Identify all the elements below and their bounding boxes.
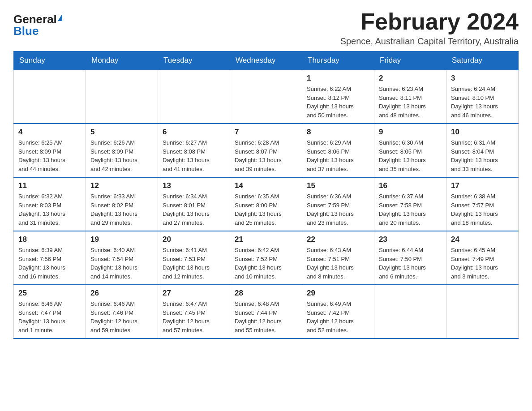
week-row-2: 4Sunrise: 6:25 AM Sunset: 8:09 PM Daylig…: [14, 124, 519, 177]
calendar-cell: 11Sunrise: 6:32 AM Sunset: 8:03 PM Dayli…: [14, 177, 86, 231]
day-number: 29: [307, 289, 369, 298]
calendar-cell: 18Sunrise: 6:39 AM Sunset: 7:56 PM Dayli…: [14, 231, 86, 285]
calendar-cell: 7Sunrise: 6:28 AM Sunset: 8:07 PM Daylig…: [230, 124, 302, 177]
col-header-sunday: Sunday: [14, 51, 86, 70]
calendar-header-row: SundayMondayTuesdayWednesdayThursdayFrid…: [14, 51, 519, 70]
day-info: Sunrise: 6:36 AM Sunset: 7:59 PM Dayligh…: [307, 192, 369, 227]
day-info: Sunrise: 6:35 AM Sunset: 8:00 PM Dayligh…: [235, 192, 297, 227]
calendar-cell: 23Sunrise: 6:44 AM Sunset: 7:50 PM Dayli…: [374, 231, 446, 285]
day-info: Sunrise: 6:25 AM Sunset: 8:09 PM Dayligh…: [18, 138, 81, 173]
calendar-cell: 25Sunrise: 6:46 AM Sunset: 7:47 PM Dayli…: [14, 285, 86, 338]
day-number: 1: [307, 74, 369, 83]
calendar-cell: 21Sunrise: 6:42 AM Sunset: 7:52 PM Dayli…: [230, 231, 302, 285]
day-number: 11: [18, 181, 81, 190]
calendar-cell: 16Sunrise: 6:37 AM Sunset: 7:58 PM Dayli…: [374, 177, 446, 231]
day-info: Sunrise: 6:31 AM Sunset: 8:04 PM Dayligh…: [451, 138, 514, 173]
day-info: Sunrise: 6:22 AM Sunset: 8:12 PM Dayligh…: [307, 85, 369, 120]
day-info: Sunrise: 6:32 AM Sunset: 8:03 PM Dayligh…: [18, 192, 81, 227]
header: General Blue February 2024 Spence, Austr…: [13, 9, 519, 47]
day-number: 17: [451, 181, 514, 190]
day-info: Sunrise: 6:47 AM Sunset: 7:45 PM Dayligh…: [163, 300, 225, 334]
day-info: Sunrise: 6:34 AM Sunset: 8:01 PM Dayligh…: [163, 192, 225, 227]
day-number: 26: [90, 289, 153, 298]
day-number: 12: [90, 181, 153, 190]
calendar-cell: [374, 285, 446, 338]
week-row-1: 1Sunrise: 6:22 AM Sunset: 8:12 PM Daylig…: [14, 70, 519, 124]
month-title: February 2024: [340, 9, 519, 34]
logo: General Blue: [13, 9, 62, 37]
day-number: 7: [235, 128, 297, 137]
day-number: 24: [451, 235, 514, 244]
day-info: Sunrise: 6:37 AM Sunset: 7:58 PM Dayligh…: [379, 192, 442, 227]
calendar-cell: 29Sunrise: 6:49 AM Sunset: 7:42 PM Dayli…: [302, 285, 374, 338]
day-number: 18: [18, 235, 81, 244]
calendar-cell: 9Sunrise: 6:30 AM Sunset: 8:05 PM Daylig…: [374, 124, 446, 177]
day-number: 10: [451, 128, 514, 137]
day-info: Sunrise: 6:45 AM Sunset: 7:49 PM Dayligh…: [451, 246, 514, 281]
calendar-cell: 15Sunrise: 6:36 AM Sunset: 7:59 PM Dayli…: [302, 177, 374, 231]
day-number: 13: [163, 181, 225, 190]
calendar-table: SundayMondayTuesdayWednesdayThursdayFrid…: [13, 51, 519, 339]
day-info: Sunrise: 6:24 AM Sunset: 8:10 PM Dayligh…: [451, 85, 514, 120]
day-info: Sunrise: 6:38 AM Sunset: 7:57 PM Dayligh…: [451, 192, 514, 227]
day-number: 16: [379, 181, 442, 190]
calendar-cell: 3Sunrise: 6:24 AM Sunset: 8:10 PM Daylig…: [446, 70, 519, 124]
day-number: 3: [451, 74, 514, 83]
day-info: Sunrise: 6:29 AM Sunset: 8:06 PM Dayligh…: [307, 138, 369, 173]
day-number: 5: [90, 128, 153, 137]
day-number: 19: [90, 235, 153, 244]
calendar-cell: [446, 285, 519, 338]
calendar-cell: 13Sunrise: 6:34 AM Sunset: 8:01 PM Dayli…: [158, 177, 230, 231]
calendar-cell: 1Sunrise: 6:22 AM Sunset: 8:12 PM Daylig…: [302, 70, 374, 124]
day-info: Sunrise: 6:40 AM Sunset: 7:54 PM Dayligh…: [90, 246, 153, 281]
calendar-cell: 26Sunrise: 6:46 AM Sunset: 7:46 PM Dayli…: [86, 285, 158, 338]
calendar-cell: 20Sunrise: 6:41 AM Sunset: 7:53 PM Dayli…: [158, 231, 230, 285]
col-header-saturday: Saturday: [446, 51, 519, 70]
day-info: Sunrise: 6:44 AM Sunset: 7:50 PM Dayligh…: [379, 246, 442, 281]
logo-blue: Blue: [13, 25, 39, 37]
calendar-cell: 10Sunrise: 6:31 AM Sunset: 8:04 PM Dayli…: [446, 124, 519, 177]
day-info: Sunrise: 6:49 AM Sunset: 7:42 PM Dayligh…: [307, 300, 369, 334]
calendar-cell: 28Sunrise: 6:48 AM Sunset: 7:44 PM Dayli…: [230, 285, 302, 338]
calendar-cell: 19Sunrise: 6:40 AM Sunset: 7:54 PM Dayli…: [86, 231, 158, 285]
calendar-cell: 2Sunrise: 6:23 AM Sunset: 8:11 PM Daylig…: [374, 70, 446, 124]
calendar-cell: 24Sunrise: 6:45 AM Sunset: 7:49 PM Dayli…: [446, 231, 519, 285]
day-number: 6: [163, 128, 225, 137]
calendar-cell: [230, 70, 302, 124]
col-header-tuesday: Tuesday: [158, 51, 230, 70]
day-number: 15: [307, 181, 369, 190]
day-number: 4: [18, 128, 81, 137]
calendar-cell: 27Sunrise: 6:47 AM Sunset: 7:45 PM Dayli…: [158, 285, 230, 338]
calendar-cell: 17Sunrise: 6:38 AM Sunset: 7:57 PM Dayli…: [446, 177, 519, 231]
calendar-cell: 14Sunrise: 6:35 AM Sunset: 8:00 PM Dayli…: [230, 177, 302, 231]
day-info: Sunrise: 6:46 AM Sunset: 7:47 PM Dayligh…: [18, 300, 81, 334]
calendar-cell: [14, 70, 86, 124]
day-number: 25: [18, 289, 81, 298]
col-header-thursday: Thursday: [302, 51, 374, 70]
calendar-cell: 22Sunrise: 6:43 AM Sunset: 7:51 PM Dayli…: [302, 231, 374, 285]
col-header-wednesday: Wednesday: [230, 51, 302, 70]
day-number: 9: [379, 128, 442, 137]
calendar-cell: [86, 70, 158, 124]
week-row-5: 25Sunrise: 6:46 AM Sunset: 7:47 PM Dayli…: [14, 285, 519, 338]
day-info: Sunrise: 6:48 AM Sunset: 7:44 PM Dayligh…: [235, 300, 297, 334]
calendar-cell: [158, 70, 230, 124]
day-info: Sunrise: 6:30 AM Sunset: 8:05 PM Dayligh…: [379, 138, 442, 173]
week-row-4: 18Sunrise: 6:39 AM Sunset: 7:56 PM Dayli…: [14, 231, 519, 285]
day-number: 28: [235, 289, 297, 298]
day-number: 27: [163, 289, 225, 298]
day-info: Sunrise: 6:41 AM Sunset: 7:53 PM Dayligh…: [163, 246, 225, 281]
day-number: 20: [163, 235, 225, 244]
day-info: Sunrise: 6:28 AM Sunset: 8:07 PM Dayligh…: [235, 138, 297, 173]
day-number: 22: [307, 235, 369, 244]
day-info: Sunrise: 6:46 AM Sunset: 7:46 PM Dayligh…: [90, 300, 153, 334]
calendar-cell: 5Sunrise: 6:26 AM Sunset: 8:09 PM Daylig…: [86, 124, 158, 177]
title-area: February 2024 Spence, Australian Capital…: [340, 9, 519, 47]
calendar-cell: 12Sunrise: 6:33 AM Sunset: 8:02 PM Dayli…: [86, 177, 158, 231]
day-number: 2: [379, 74, 442, 83]
week-row-3: 11Sunrise: 6:32 AM Sunset: 8:03 PM Dayli…: [14, 177, 519, 231]
logo-general: General: [13, 13, 57, 25]
location-title: Spence, Australian Capital Territory, Au…: [340, 36, 519, 47]
col-header-friday: Friday: [374, 51, 446, 70]
logo-triangle-icon: [58, 14, 62, 21]
